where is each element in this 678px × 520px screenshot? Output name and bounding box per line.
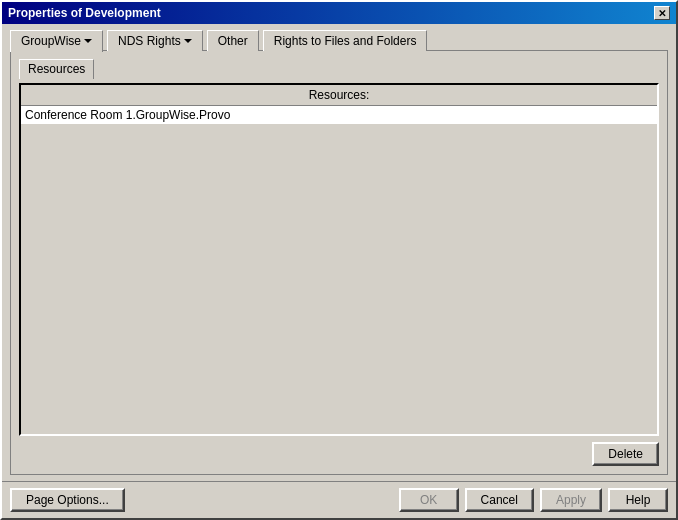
page-options-button[interactable]: Page Options...	[10, 488, 125, 512]
list-item[interactable]: Conference Room 1.GroupWise.Provo	[21, 106, 657, 124]
title-bar: Properties of Development ✕	[2, 2, 676, 24]
ok-button[interactable]: OK	[399, 488, 459, 512]
groupwise-dropdown-arrow	[84, 39, 92, 43]
window-content: GroupWise NDS Rights Other Rights to Fil…	[2, 24, 676, 481]
bottom-right-buttons: OK Cancel Apply Help	[399, 488, 668, 512]
main-tabs-row: GroupWise NDS Rights Other Rights to Fil…	[10, 30, 668, 51]
window-title: Properties of Development	[8, 6, 161, 20]
bottom-bar: Page Options... OK Cancel Apply Help	[2, 481, 676, 518]
cancel-button[interactable]: Cancel	[465, 488, 534, 512]
tab-nds-rights[interactable]: NDS Rights	[107, 30, 203, 51]
properties-window: Properties of Development ✕ GroupWise ND…	[0, 0, 678, 520]
nds-rights-dropdown-arrow	[184, 39, 192, 43]
resources-list[interactable]: Conference Room 1.GroupWise.Provo	[21, 106, 657, 434]
resources-box: Resources: Conference Room 1.GroupWise.P…	[19, 83, 659, 436]
tab-other[interactable]: Other	[207, 30, 259, 51]
resources-header: Resources:	[21, 85, 657, 106]
tab-panel: Resources Resources: Conference Room 1.G…	[10, 50, 668, 475]
delete-button[interactable]: Delete	[592, 442, 659, 466]
sub-tab-resources[interactable]: Resources	[19, 59, 94, 79]
apply-button[interactable]: Apply	[540, 488, 602, 512]
sub-tabs-row: Resources	[19, 59, 659, 79]
tab-groupwise[interactable]: GroupWise	[10, 30, 103, 52]
help-button[interactable]: Help	[608, 488, 668, 512]
delete-row: Delete	[19, 442, 659, 466]
close-button[interactable]: ✕	[654, 6, 670, 20]
tab-rights-files-folders[interactable]: Rights to Files and Folders	[263, 30, 428, 51]
